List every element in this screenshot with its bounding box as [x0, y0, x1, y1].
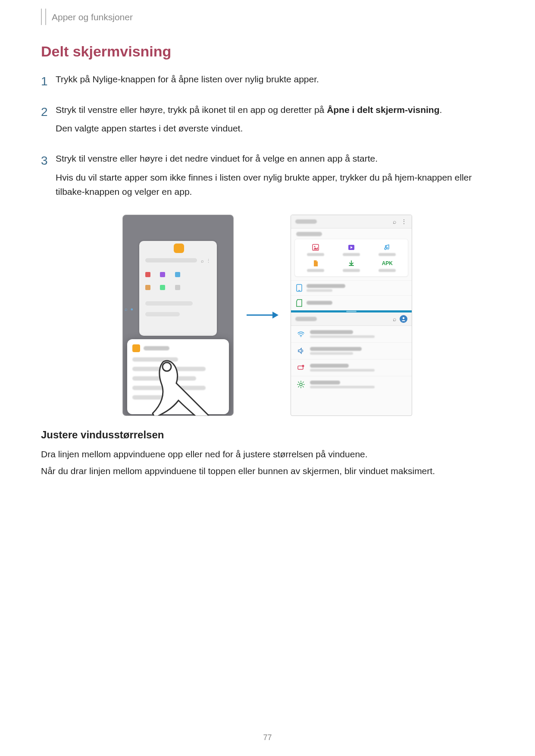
category-item [369, 244, 405, 256]
more-icon: ⋮ [400, 218, 407, 225]
notifications-icon [297, 364, 305, 372]
step-2-bold: Åpne i delt skjerm-visning [327, 105, 439, 115]
figure-area: ⌕ ⋮ ⌕ ● [41, 215, 494, 416]
mini-row [145, 284, 210, 290]
blurred-text [145, 258, 197, 262]
step-text: Stryk til venstre eller høyre i det nedr… [56, 151, 494, 203]
search-icon: ⌕ [391, 218, 398, 225]
category-item [297, 259, 333, 272]
step-number: 2 [41, 103, 56, 122]
download-icon [347, 259, 355, 267]
app-icon [132, 344, 140, 352]
blurred-label [343, 253, 360, 256]
blurred-text [310, 381, 340, 384]
display-icon [297, 381, 305, 388]
mini-icon [160, 272, 165, 277]
svg-line-20 [298, 386, 299, 387]
item-text [310, 364, 375, 372]
category-item [297, 244, 333, 256]
step-2-trail: . [440, 105, 442, 115]
menu-item [132, 376, 196, 381]
phone-left-screenshot: ⌕ ⋮ ⌕ ● [122, 215, 234, 416]
popup-header [132, 344, 224, 352]
settings-list [291, 326, 412, 393]
step-3: 3 Stryk til venstre eller høyre i det ne… [41, 151, 494, 203]
step-text: Trykk på Nylige-knappen for å åpne liste… [56, 72, 494, 91]
svg-point-4 [314, 246, 315, 247]
header-tab-mark [41, 9, 46, 25]
split-handle-bar [291, 310, 412, 312]
storage-text [307, 301, 332, 305]
page: Apper og funksjoner Delt skjermvisning 1… [0, 0, 535, 756]
phone-right-screenshot: ⌕ ⋮ [291, 215, 412, 416]
menu-item [132, 357, 178, 362]
settings-item-notifications [291, 359, 412, 376]
step-2: 2 Stryk til venstre eller høyre, trykk p… [41, 103, 494, 140]
step-2-p1: Stryk til venstre eller høyre, trykk på … [56, 103, 494, 117]
breadcrumb: Apper og funksjoner [52, 12, 133, 22]
step-3-p1: Stryk til venstre eller høyre i det nedr… [56, 151, 494, 166]
svg-point-13 [300, 383, 302, 386]
mini-icon [145, 285, 150, 290]
category-item [333, 259, 369, 272]
sound-icon [297, 347, 305, 355]
blurred-label [379, 253, 396, 256]
blurred-text [310, 386, 375, 388]
step-number: 1 [41, 72, 56, 91]
resize-p2: Når du drar linjen mellom appvinduene ti… [41, 464, 494, 478]
svg-rect-8 [298, 290, 300, 291]
app-icon [174, 244, 184, 253]
step-1-p1: Trykk på Nylige-knappen for å åpne liste… [56, 72, 494, 87]
svg-point-10 [300, 336, 301, 337]
page-title: Delt skjermvisning [41, 43, 494, 60]
categories-card: APK [294, 239, 408, 277]
search-icon: ⌕ [125, 306, 128, 312]
blurred-text [145, 312, 180, 316]
menu-item [132, 386, 206, 390]
menu-item [132, 395, 187, 400]
step-number: 3 [41, 151, 56, 171]
search-icon: ⌕ [393, 316, 396, 322]
mini-icon [145, 272, 150, 277]
menu-item [132, 367, 206, 371]
phone-storage-icon [296, 284, 302, 292]
step-2-p2: Den valgte appen startes i det øverste v… [56, 121, 494, 136]
step-text: Stryk til venstre eller høyre, trykk på … [56, 103, 494, 140]
blurred-text [310, 335, 375, 338]
category-item: APK [369, 259, 405, 272]
wifi-icon [297, 330, 305, 338]
categories-grid: APK [297, 244, 405, 272]
mini-icon [160, 285, 165, 290]
blurred-title [295, 219, 317, 224]
search-icon: ⌕ [201, 258, 204, 263]
svg-line-19 [303, 386, 304, 387]
my-files-topbar: ⌕ ⋮ [291, 215, 412, 228]
step-2-lead: Stryk til venstre eller høyre, trykk på … [56, 105, 327, 115]
content: Delt skjermvisning 1 Trykk på Nylige-kna… [41, 43, 494, 481]
item-text [310, 347, 362, 355]
blurred-text [145, 301, 193, 306]
settings-item-connections [291, 326, 412, 343]
blurred-label [379, 269, 396, 272]
mini-icon [175, 272, 180, 277]
blurred-label [343, 269, 360, 272]
arrow-right-icon [246, 310, 278, 320]
blurred-text [310, 347, 362, 351]
document-icon [312, 259, 319, 267]
section-label [291, 228, 412, 237]
blurred-text [307, 301, 332, 305]
step-1: 1 Trykk på Nylige-knappen for å åpne lis… [41, 72, 494, 91]
blurred-text [310, 330, 353, 334]
category-item [333, 244, 369, 256]
blurred-text [307, 289, 332, 292]
svg-line-21 [303, 382, 304, 383]
internal-storage-row [291, 280, 412, 295]
more-icon: ⋮ [206, 258, 211, 264]
left-mini-icons: ⌕ ● [125, 305, 136, 311]
blurred-label [307, 253, 324, 256]
sd-card-icon [296, 299, 302, 307]
page-number: 77 [263, 733, 272, 742]
user-icon: ● [130, 306, 133, 312]
resize-p1: Dra linjen mellom appvinduene opp eller … [41, 447, 494, 462]
recent-app-card: ⌕ ⋮ [139, 241, 217, 336]
